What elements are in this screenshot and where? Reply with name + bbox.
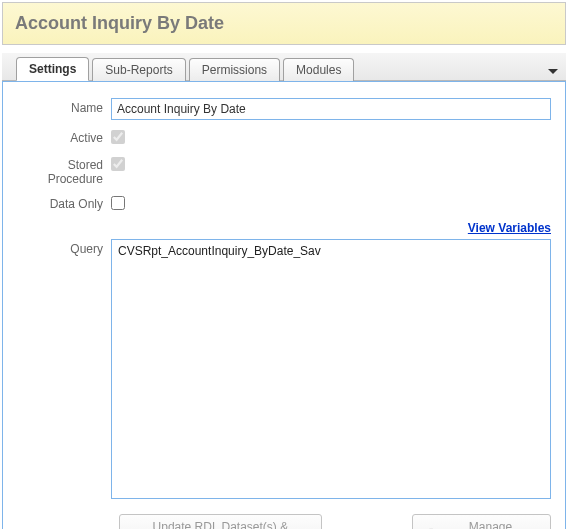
name-input[interactable] (111, 98, 551, 120)
page-title: Account Inquiry By Date (15, 13, 553, 34)
label-stored-procedure: Stored Procedure (17, 155, 111, 186)
active-checkbox[interactable] (111, 130, 125, 144)
label-name: Name (17, 98, 111, 115)
data-only-checkbox[interactable] (111, 196, 125, 210)
row-data-only: Data Only (17, 194, 551, 213)
query-textarea[interactable] (111, 239, 551, 499)
tab-permissions[interactable]: Permissions (189, 58, 280, 81)
button-row: Update RDL Dataset(s) & Parameters Manag… (119, 514, 551, 529)
view-variables-link[interactable]: View Variables (468, 221, 551, 235)
update-rdl-label: Update RDL Dataset(s) & Parameters (132, 520, 309, 529)
update-rdl-button[interactable]: Update RDL Dataset(s) & Parameters (119, 514, 322, 529)
view-variables-row: View Variables (17, 221, 551, 235)
row-name: Name (17, 98, 551, 120)
tab-overflow-icon[interactable] (548, 69, 558, 74)
row-stored-procedure: Stored Procedure (17, 155, 551, 186)
tab-panel-settings: Name Active Stored Procedure Data Only V… (2, 81, 566, 529)
manage-parameters-label: Manage Parameters (443, 520, 538, 529)
tab-settings[interactable]: Settings (16, 57, 89, 81)
manage-parameters-button[interactable]: Manage Parameters (412, 514, 551, 529)
tab-sub-reports[interactable]: Sub-Reports (92, 58, 185, 81)
label-query: Query (17, 239, 111, 256)
stored-procedure-checkbox[interactable] (111, 157, 125, 171)
tab-modules[interactable]: Modules (283, 58, 354, 81)
label-data-only: Data Only (17, 194, 111, 211)
row-active: Active (17, 128, 551, 147)
row-query: Query (17, 239, 551, 502)
page-header: Account Inquiry By Date (2, 2, 566, 45)
label-active: Active (17, 128, 111, 145)
tab-strip: Settings Sub-Reports Permissions Modules (2, 53, 566, 81)
